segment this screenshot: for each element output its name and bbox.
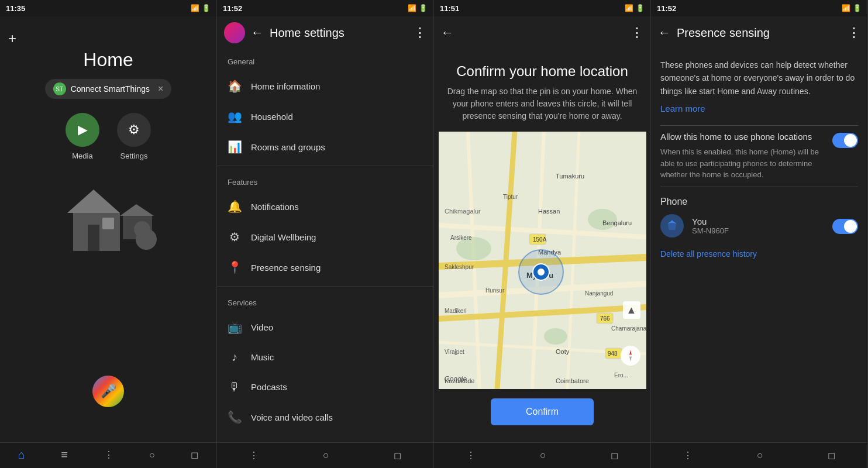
connect-smartthings-button[interactable]: ST Connect SmartThings × <box>45 79 172 99</box>
status-icons-settings: 📶 🔋 <box>408 4 428 12</box>
sys-nav-recent[interactable]: ◻ <box>191 449 198 460</box>
services-label: Services <box>217 290 433 312</box>
map-zoom-button[interactable]: ▲ <box>623 301 640 319</box>
mic-button[interactable]: 🎤 <box>92 376 124 407</box>
allow-desc: When this is enabled, this home (Home) w… <box>660 146 826 181</box>
smartthings-logo: ST <box>53 82 66 95</box>
settings-item-rooms[interactable]: 📊 Rooms and groups <box>217 132 433 162</box>
settings-label: Settings <box>120 152 148 160</box>
allow-location-toggle[interactable] <box>832 133 858 148</box>
more-button-presence[interactable]: ⋮ <box>848 25 860 40</box>
presence-icon: 📍 <box>228 260 242 274</box>
divider-presence-2 <box>660 187 858 187</box>
confirm-btn-row: Confirm <box>434 389 650 435</box>
map-google-logo: Google <box>445 375 467 383</box>
allow-location-row: Allow this home to use phone locations W… <box>660 132 858 181</box>
add-home-icon[interactable]: + <box>8 30 16 47</box>
digital-wellbeing-icon: ⚙ <box>228 230 242 244</box>
podcasts-icon: 🎙 <box>228 380 242 394</box>
svg-text:948: 948 <box>608 350 618 357</box>
time-presence: 11:52 <box>657 4 676 13</box>
media-item[interactable]: ▶ Media <box>66 113 99 160</box>
nav-circle-settings[interactable]: ○ <box>323 449 329 462</box>
settings-item-presence[interactable]: 📍 Presence sensing <box>217 252 433 283</box>
nav-lines-presence[interactable]: ⋮ <box>683 450 693 461</box>
home-icons-row: ▶ Media ⚙ Settings <box>66 113 151 160</box>
sys-nav-home[interactable]: ○ <box>149 450 155 460</box>
phone-row: You SM-N960F <box>660 214 858 238</box>
close-connect-icon[interactable]: × <box>158 84 163 94</box>
presence-header: ← Presence sensing ⋮ <box>651 16 867 49</box>
presence-title: Presence sensing <box>677 26 842 40</box>
back-button-presence[interactable]: ← <box>658 25 671 40</box>
nav-circle-presence[interactable]: ○ <box>757 449 763 462</box>
home-nav-icon[interactable]: ⌂ <box>18 448 25 462</box>
svg-text:Bengaluru: Bengaluru <box>602 219 632 226</box>
nav-bar-presence: ⋮ ○ ◻ <box>651 442 867 468</box>
settings-item-notifications[interactable]: 🔔 Notifications <box>217 191 433 222</box>
music-icon: ♪ <box>228 350 242 364</box>
svg-text:Virajpet: Virajpet <box>445 349 464 355</box>
status-bar-map: 11:51 📶 🔋 <box>434 0 650 16</box>
confirm-button[interactable]: Confirm <box>491 398 594 425</box>
nav-lines-settings[interactable]: ⋮ <box>249 450 259 461</box>
time-home: 11:35 <box>6 4 25 13</box>
phone-toggle[interactable] <box>832 219 858 234</box>
svg-text:Coimbatore: Coimbatore <box>556 377 589 384</box>
rooms-label: Rooms and groups <box>251 142 325 152</box>
home-bottom-nav: ⌂ ≡ ⋮ ○ ◻ <box>0 442 216 468</box>
music-label: Music <box>251 352 274 362</box>
settings-icon-circle: ⚙ <box>117 113 151 147</box>
sys-nav-back[interactable]: ⋮ <box>104 449 113 460</box>
svg-rect-3 <box>102 218 114 229</box>
settings-item-digital-wellbeing[interactable]: ⚙ Digital Wellbeing <box>217 222 433 252</box>
svg-rect-2 <box>88 225 99 251</box>
wifi-icon-settings: 📶 <box>408 4 416 12</box>
nav-lines-map[interactable]: ⋮ <box>466 450 476 461</box>
svg-text:Nanjangud: Nanjangud <box>585 290 613 297</box>
connect-label: Connect SmartThings <box>71 84 150 94</box>
settings-header: ← Home settings ⋮ <box>217 16 433 49</box>
more-button-map[interactable]: ⋮ <box>631 25 643 40</box>
delete-history-link[interactable]: Delete all presence history <box>660 249 858 259</box>
settings-item-calls[interactable]: 📞 Voice and video calls <box>217 402 433 432</box>
more-button-settings[interactable]: ⋮ <box>414 25 426 40</box>
map-compass <box>621 346 640 366</box>
panel-presence: 11:52 📶 🔋 ← Presence sensing ⋮ These pho… <box>651 0 868 468</box>
back-button-map[interactable]: ← <box>441 25 454 40</box>
battery-icon-presence: 🔋 <box>853 4 862 12</box>
svg-point-47 <box>538 269 545 276</box>
notifications-icon: 🔔 <box>228 199 242 214</box>
back-button-settings[interactable]: ← <box>251 25 264 40</box>
svg-text:Sakleshpur: Sakleshpur <box>445 264 474 270</box>
settings-item-video[interactable]: 📺 Video <box>217 312 433 342</box>
features-label: Features <box>217 170 433 191</box>
calls-label: Voice and video calls <box>251 412 333 422</box>
phone-info: You SM-N960F <box>692 216 824 235</box>
digital-wellbeing-label: Digital Wellbeing <box>251 232 316 242</box>
media-icon-circle: ▶ <box>66 113 99 147</box>
svg-text:Madikeri: Madikeri <box>445 308 467 314</box>
svg-marker-5 <box>120 204 154 216</box>
nav-square-map[interactable]: ◻ <box>611 450 618 461</box>
svg-marker-48 <box>629 350 632 355</box>
settings-item-household[interactable]: 👥 Household <box>217 101 433 132</box>
home-info-icon: 🏠 <box>228 79 242 93</box>
settings-item-podcasts[interactable]: 🎙 Podcasts <box>217 372 433 402</box>
nav-square-presence[interactable]: ◻ <box>828 450 835 461</box>
settings-item[interactable]: ⚙ Settings <box>117 113 151 160</box>
svg-point-7 <box>136 229 157 250</box>
settings-item-notes[interactable]: ≡ Notes and lists <box>217 432 433 442</box>
settings-item-music[interactable]: ♪ Music <box>217 342 433 372</box>
nav-circle-map[interactable]: ○ <box>540 449 546 462</box>
svg-text:Arsikere: Arsikere <box>450 235 472 241</box>
presence-label: Presence sensing <box>251 263 321 273</box>
map-container[interactable]: Chikmagalur Tumakuru Tiptur Arsikere Has… <box>439 132 646 389</box>
wifi-icon: 🔋 <box>202 4 211 12</box>
nav-square-settings[interactable]: ◻ <box>394 450 401 461</box>
settings-item-home-info[interactable]: 🏠 Home information <box>217 71 433 101</box>
learn-more-link[interactable]: Learn more <box>660 104 858 113</box>
settings-list: General 🏠 Home information 👥 Household 📊… <box>217 49 433 442</box>
phone-model: SM-N960F <box>692 226 824 235</box>
list-nav-icon[interactable]: ≡ <box>61 448 68 462</box>
